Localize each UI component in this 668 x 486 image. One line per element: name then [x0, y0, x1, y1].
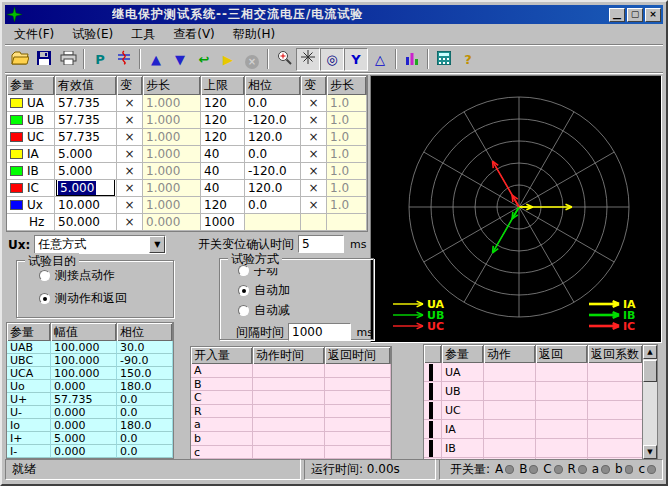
menu-item-4[interactable]: 帮助(H): [224, 24, 284, 45]
ux-mode-combobox[interactable]: 任意方式 ▼: [34, 235, 166, 254]
vary-toggle-cell[interactable]: ×: [117, 197, 143, 214]
step-cell[interactable]: 1.0: [327, 197, 367, 214]
limit-cell[interactable]: 1000: [201, 214, 245, 231]
test-purpose-option-1[interactable]: 测动作和返回: [39, 290, 173, 307]
vary-toggle-cell[interactable]: ×: [117, 129, 143, 146]
limit-cell[interactable]: 120: [201, 112, 245, 129]
value-cell[interactable]: 57.735: [55, 95, 117, 112]
checkbox-icon[interactable]: [429, 440, 433, 457]
vary-toggle-cell[interactable]: ×: [301, 163, 327, 180]
menu-item-2[interactable]: 工具: [122, 24, 164, 45]
vary-toggle-cell[interactable]: ×: [301, 95, 327, 112]
value-cell[interactable]: 5.000: [55, 180, 117, 197]
scroll-down-icon[interactable]: ▼: [643, 445, 657, 459]
scroll-up-icon[interactable]: ▲: [643, 345, 657, 359]
interval-input[interactable]: 1000: [288, 323, 351, 341]
checkbox-icon[interactable]: [429, 402, 433, 419]
limit-cell[interactable]: 120: [201, 197, 245, 214]
stop-button[interactable]: ×: [240, 48, 264, 71]
limit-cell[interactable]: 40: [201, 163, 245, 180]
checkbox-cell[interactable]: [424, 382, 442, 401]
vary-toggle-cell[interactable]: ×: [117, 163, 143, 180]
step-cell[interactable]: 1.0: [327, 146, 367, 163]
chevron-down-icon[interactable]: ▼: [149, 236, 165, 253]
limit-cell[interactable]: 40: [201, 180, 245, 197]
step-cell[interactable]: 1.0: [327, 180, 367, 197]
p-marker-button[interactable]: P: [88, 48, 112, 71]
limit-cell[interactable]: 120: [201, 95, 245, 112]
limit-cell[interactable]: 40: [201, 146, 245, 163]
radio-icon[interactable]: [39, 270, 50, 281]
phase-cell[interactable]: 120.0: [245, 180, 301, 197]
value-cell[interactable]: 5.000: [55, 163, 117, 180]
value-cell[interactable]: 57.735: [55, 112, 117, 129]
menu-item-0[interactable]: 文件(F): [5, 24, 63, 45]
close-button[interactable]: ×: [645, 8, 661, 22]
run-button[interactable]: ▶: [216, 48, 240, 71]
vary-toggle-cell[interactable]: ×: [117, 214, 143, 231]
radio-icon[interactable]: [39, 293, 50, 304]
value-edit-input[interactable]: 5.000: [56, 180, 115, 196]
test-mode-option-1[interactable]: 自动加: [238, 282, 373, 299]
step-cell[interactable]: 1.000: [143, 112, 201, 129]
polar-view-button[interactable]: ◎: [320, 48, 344, 71]
reset-button[interactable]: ↩: [192, 48, 216, 71]
checkbox-icon[interactable]: [429, 421, 433, 438]
checkbox-icon[interactable]: [429, 383, 433, 400]
step-cell[interactable]: [327, 214, 367, 231]
menu-item-1[interactable]: 试验(E): [63, 24, 122, 45]
print-button[interactable]: [56, 48, 80, 71]
radio-icon[interactable]: [238, 305, 249, 316]
step-cell[interactable]: 1.0: [327, 163, 367, 180]
vary-toggle-cell[interactable]: [301, 214, 327, 231]
step-cell[interactable]: 1.0: [327, 95, 367, 112]
limit-cell[interactable]: 120: [201, 129, 245, 146]
action-table-scrollbar[interactable]: ▲ ▼: [642, 344, 658, 460]
vary-toggle-cell[interactable]: ×: [301, 197, 327, 214]
step-cell[interactable]: 1.000: [143, 95, 201, 112]
radio-icon[interactable]: [238, 265, 249, 276]
phase-cell[interactable]: -120.0: [245, 163, 301, 180]
vary-toggle-cell[interactable]: ×: [117, 180, 143, 197]
delta-connection-button[interactable]: △: [368, 48, 392, 71]
vary-toggle-cell[interactable]: ×: [301, 180, 327, 197]
value-cell[interactable]: 5.000: [55, 146, 117, 163]
step-cell[interactable]: 1.000: [143, 129, 201, 146]
step-cell[interactable]: 1.0: [327, 129, 367, 146]
checkbox-cell[interactable]: [424, 420, 442, 439]
axes-button[interactable]: [296, 48, 320, 71]
phase-cell[interactable]: 120.0: [245, 129, 301, 146]
checkbox-cell[interactable]: [424, 439, 442, 458]
bar-chart-button[interactable]: [400, 48, 424, 71]
confirm-time-input[interactable]: 5: [298, 235, 344, 253]
vary-toggle-cell[interactable]: ×: [301, 146, 327, 163]
test-mode-option-2[interactable]: 自动减: [238, 302, 373, 319]
open-button[interactable]: [8, 48, 32, 71]
phase-cell[interactable]: 0.0: [245, 146, 301, 163]
step-cell[interactable]: 1.000: [143, 163, 201, 180]
step-up-button[interactable]: ▲: [144, 48, 168, 71]
phase-cell[interactable]: 0.0: [245, 197, 301, 214]
phase-wave-button[interactable]: [112, 48, 136, 71]
checkbox-icon[interactable]: [429, 364, 433, 381]
phase-cell[interactable]: -120.0: [245, 112, 301, 129]
vary-toggle-cell[interactable]: ×: [301, 112, 327, 129]
checkbox-cell[interactable]: [424, 401, 442, 420]
minimize-button[interactable]: —: [609, 8, 625, 22]
help-button[interactable]: ?: [456, 48, 480, 71]
step-cell[interactable]: 1.000: [143, 146, 201, 163]
star-connection-button[interactable]: Y: [344, 48, 368, 71]
value-cell[interactable]: 50.000: [55, 214, 117, 231]
vary-toggle-cell[interactable]: ×: [301, 129, 327, 146]
menu-item-3[interactable]: 查看(V): [164, 24, 224, 45]
step-down-button[interactable]: ▼: [168, 48, 192, 71]
step-cell[interactable]: 1.0: [327, 112, 367, 129]
scrollbar-thumb[interactable]: [643, 360, 657, 382]
maximize-button[interactable]: ▢: [627, 8, 643, 22]
phase-cell[interactable]: [245, 214, 301, 231]
step-cell[interactable]: 0.000: [143, 214, 201, 231]
vary-toggle-cell[interactable]: ×: [117, 146, 143, 163]
vary-toggle-cell[interactable]: ×: [117, 95, 143, 112]
step-cell[interactable]: 1.000: [143, 180, 201, 197]
save-button[interactable]: [32, 48, 56, 71]
